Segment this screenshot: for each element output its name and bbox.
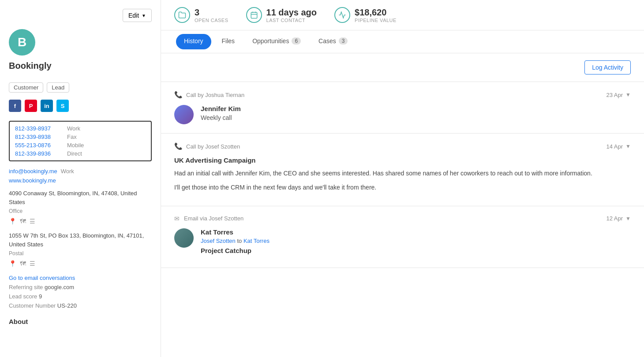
email-subject: Project Catchup: [201, 247, 631, 254]
opportunities-badge: 6: [292, 37, 301, 45]
chevron-down-icon-3[interactable]: ▼: [625, 216, 631, 222]
history-item-3-header: ✉ Email via Josef Szotten 12 Apr ▼: [174, 215, 631, 222]
svg-rect-0: [251, 12, 257, 19]
tab-files[interactable]: Files: [213, 30, 244, 53]
address-postal-icons: 📍 🗺 ☰: [9, 259, 152, 268]
address-office-label: Office: [9, 207, 152, 215]
history-item-2-date: 14 Apr ▼: [607, 143, 631, 150]
tab-cases-label: Cases: [318, 37, 336, 45]
campaign-title: UK Advertising Campaign: [174, 156, 631, 164]
phone-fax[interactable]: 812-339-8938: [15, 134, 64, 140]
phone-mobile[interactable]: 555-213-0876: [15, 142, 64, 149]
folder-icon: [174, 7, 190, 23]
company-info: B Bookingly: [9, 29, 152, 75]
stats-bar: 3 OPEN CASES 11 days ago LAST CONTACT $1…: [161, 0, 644, 30]
address-postal-text: 1055 W 7th St, PO Box 133, Bloomington, …: [9, 231, 152, 249]
lead-score-value: 9: [39, 293, 42, 300]
company-avatar: B: [9, 29, 35, 56]
edit-button[interactable]: Edit ▼: [123, 9, 152, 22]
to-link[interactable]: Kat Torres: [243, 238, 270, 244]
stat-open-cases: 3 OPEN CASES: [174, 7, 228, 23]
map-pin-icon-2[interactable]: 📍: [9, 259, 16, 268]
map-icon-2[interactable]: 🗺: [20, 259, 26, 268]
address-postal-block: 1055 W 7th St, PO Box 133, Bloomington, …: [9, 231, 152, 268]
avatar-kat-torres: [174, 228, 194, 248]
customer-number-row: Customer Number US-220: [9, 302, 152, 309]
linkedin-icon[interactable]: in: [41, 100, 53, 112]
facebook-icon[interactable]: f: [9, 100, 21, 112]
campaign-desc-1: Had an initial call with Jennifer Kim, t…: [174, 168, 631, 178]
history-item-1: 📞 Call by Joshua Tiernan 23 Apr ▼ Jennif…: [161, 82, 644, 134]
tags-container: Customer Lead: [9, 82, 152, 93]
about-section-title: About: [9, 318, 152, 325]
referring-site-value: google.com: [45, 284, 74, 290]
phone-row-work: 812-339-8937 Work: [15, 125, 146, 132]
phone-work[interactable]: 812-339-8937: [15, 125, 64, 132]
log-activity-button[interactable]: Log Activity: [584, 60, 631, 74]
main-content: 3 OPEN CASES 11 days ago LAST CONTACT $1…: [161, 0, 644, 357]
skype-icon[interactable]: S: [56, 100, 69, 112]
history-item-3-content: Kat Torres Josef Szotten to Kat Torres P…: [201, 228, 631, 259]
history-item-3-date: 12 Apr ▼: [607, 215, 631, 222]
list-icon[interactable]: ☰: [30, 217, 35, 226]
history-item-1-title: 📞 Call by Joshua Tiernan: [174, 91, 244, 99]
pipeline-value: $18,620: [355, 7, 397, 18]
avatar-jennifer-kim: [174, 105, 194, 124]
log-activity-label: Log Activity: [592, 64, 623, 71]
social-icons: f P in S: [9, 100, 152, 112]
referring-site-row: Referring site google.com: [9, 284, 152, 290]
map-pin-icon[interactable]: 📍: [9, 217, 16, 226]
call-icon-2: 📞: [174, 142, 183, 150]
website-link[interactable]: www.bookingly.me: [9, 177, 152, 184]
call-note-1: Weekly call: [201, 114, 631, 121]
date-label-3: 12 Apr: [607, 215, 623, 222]
email-link[interactable]: info@bookingly.me: [9, 168, 57, 175]
history-item-1-header: 📞 Call by Joshua Tiernan 23 Apr ▼: [174, 91, 631, 99]
last-contact-label: LAST CONTACT: [266, 18, 317, 23]
email-conversations-link[interactable]: Go to email conversations: [9, 275, 152, 281]
phone-row-mobile: 555-213-0876 Mobile: [15, 142, 146, 149]
pinterest-icon[interactable]: P: [25, 100, 37, 112]
open-cases-value: 3: [195, 7, 228, 18]
last-contact-value: 11 days ago: [266, 7, 317, 18]
edit-label: Edit: [128, 12, 139, 19]
list-icon-2[interactable]: ☰: [30, 259, 35, 268]
chevron-down-icon-1[interactable]: ▼: [625, 92, 631, 98]
tab-opportunities[interactable]: Opportunities 6: [243, 30, 310, 53]
history-list: 📞 Call by Joshua Tiernan 23 Apr ▼ Jennif…: [161, 82, 644, 357]
history-item-2: 📞 Call by Josef Szotten 14 Apr ▼ UK Adve…: [161, 134, 644, 206]
tag-customer[interactable]: Customer: [9, 82, 43, 93]
tab-files-label: Files: [222, 37, 235, 45]
chart-icon: [334, 7, 350, 23]
phone-row-direct: 812-339-8936 Direct: [15, 150, 146, 157]
history-item-3-body: Kat Torres Josef Szotten to Kat Torres P…: [174, 228, 631, 259]
history-item-2-header: 📞 Call by Josef Szotten 14 Apr ▼: [174, 142, 631, 150]
tab-history-label: History: [184, 37, 203, 45]
tab-opportunities-label: Opportunities: [252, 37, 289, 45]
history-item-1-content: Jennifer Kim Weekly call: [201, 105, 631, 124]
call-by-label-2: Call by Josef Szotten: [186, 143, 240, 150]
date-label-1: 23 Apr: [607, 92, 623, 98]
from-link[interactable]: Josef Szotten: [201, 238, 236, 244]
phone-direct[interactable]: 812-339-8936: [15, 150, 64, 157]
history-item-1-body: Jennifer Kim Weekly call: [174, 105, 631, 124]
email-from-to: Josef Szotten to Kat Torres: [201, 238, 631, 244]
phone-row-fax: 812-339-8938 Fax: [15, 134, 146, 140]
email-by-label: Email via Josef Szotten: [184, 215, 243, 222]
campaign-desc-2: I'll get those into the CRM in the next …: [174, 182, 631, 192]
phone-box: 812-339-8937 Work 812-339-8938 Fax 555-2…: [9, 121, 152, 161]
chevron-down-icon-2[interactable]: ▼: [625, 143, 631, 149]
lead-score-row: Lead score 9: [9, 293, 152, 300]
tab-history[interactable]: History: [176, 34, 211, 49]
activity-area: Log Activity: [161, 53, 644, 82]
tabs-bar: History Files Opportunities 6 Cases 3: [161, 30, 644, 53]
stat-last-contact: 11 days ago LAST CONTACT: [246, 7, 317, 23]
address-office-text: 4090 Conaway St, Bloomington, IN, 47408,…: [9, 189, 152, 206]
map-icon[interactable]: 🗺: [20, 217, 26, 226]
tab-cases[interactable]: Cases 3: [310, 30, 356, 53]
email-row: info@bookingly.me Work: [9, 167, 152, 175]
call-by-label-1: Call by Joshua Tiernan: [186, 92, 244, 98]
tag-lead[interactable]: Lead: [47, 82, 69, 93]
address-office-icons: 📍 🗺 ☰: [9, 217, 152, 226]
contact-name-1: Jennifer Kim: [201, 105, 631, 112]
